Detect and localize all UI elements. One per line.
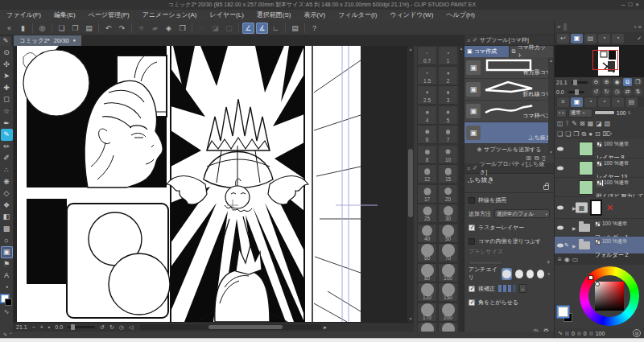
layer-thumbnail[interactable] bbox=[579, 161, 593, 175]
save-file-icon[interactable]: ▤ bbox=[83, 23, 95, 34]
nav-zoom-btn-4[interactable]: ❒ bbox=[634, 78, 642, 86]
opacity-slider[interactable] bbox=[594, 110, 615, 115]
lock-row-icon-4[interactable]: ▦ bbox=[588, 120, 594, 127]
subtool-tab-コマ枠カット[interactable]: ⧉コマ枠カット bbox=[510, 46, 555, 57]
brush-size-80[interactable]: 80 bbox=[417, 263, 437, 282]
lock-row-icon-0[interactable]: ◫ bbox=[557, 120, 564, 127]
collapse-toolbar-icon[interactable]: « bbox=[3, 23, 15, 34]
layer-row-レイヤー 13[interactable]: 100 %通常レイヤー 13 bbox=[555, 159, 644, 178]
canvas-viewport[interactable] bbox=[14, 46, 407, 322]
layer-tab-3[interactable]: ◔ bbox=[598, 97, 610, 107]
brush-size-25[interactable]: 25 bbox=[417, 204, 437, 223]
decoration-tool-icon[interactable]: ❋ bbox=[1, 176, 13, 188]
collapse-left-icon[interactable]: « bbox=[557, 23, 560, 31]
navigator-rotate-slider[interactable] bbox=[568, 91, 584, 93]
zoom-tool-icon[interactable]: ⊙ bbox=[1, 47, 13, 59]
color-tab-2[interactable]: ▭ bbox=[572, 256, 579, 263]
layer-tab-0[interactable]: ≡ bbox=[557, 97, 569, 107]
brush-size-slider[interactable] bbox=[469, 261, 502, 265]
status-left-icons[interactable]: ✎ ⌃ bbox=[3, 332, 13, 337]
brush-size-50[interactable]: 50 bbox=[438, 224, 458, 243]
lock-row-icon-3[interactable]: ⊠ bbox=[580, 120, 585, 127]
selection-border-icon[interactable]: ▢ bbox=[223, 23, 235, 34]
foreground-color-swatch[interactable] bbox=[558, 307, 568, 317]
undo-icon[interactable]: ↶ bbox=[102, 23, 114, 34]
brush-size-0.7[interactable]: 0.7 bbox=[417, 46, 437, 65]
brush-size-40[interactable]: 40 bbox=[417, 224, 437, 243]
ruler-tool-icon[interactable]: ⚑ bbox=[1, 258, 13, 270]
layer-name[interactable]: フォルダー 2 bbox=[595, 252, 629, 258]
antialias-none[interactable] bbox=[502, 268, 512, 280]
nav-rot-btn-4[interactable]: ⇅ bbox=[634, 88, 642, 96]
scroll-up-arrow[interactable]: ▲ bbox=[407, 46, 414, 52]
frame-border-tool-icon[interactable]: ▣ bbox=[1, 246, 13, 258]
expand-arrow-icon[interactable]: ▶ bbox=[572, 225, 576, 230]
nav-rot-btn-3[interactable]: ⇄ bbox=[623, 88, 632, 96]
brush-size-6[interactable]: 6 bbox=[417, 125, 437, 144]
rotate-cw-button[interactable]: ↻ bbox=[107, 324, 117, 331]
nav-zoom-btn-3[interactable]: ⧉ bbox=[623, 78, 632, 86]
eyedropper-tool-icon[interactable]: ✒ bbox=[1, 117, 13, 130]
expand-right-icon[interactable]: › » bbox=[634, 23, 642, 31]
auto-select-tool-icon[interactable]: ☆ bbox=[1, 105, 13, 117]
subtool-item-長方形コマ[interactable]: ▣長方形コマ bbox=[464, 57, 554, 79]
brush-size-1[interactable]: 1 bbox=[438, 46, 458, 65]
color-tab-1[interactable]: ◉ bbox=[564, 256, 570, 263]
visibility-eye-icon[interactable] bbox=[557, 225, 564, 229]
visibility-eye-icon[interactable] bbox=[557, 243, 564, 247]
zoom-fit-button[interactable]: ▪ bbox=[46, 324, 52, 330]
brush-size-7[interactable]: 7 bbox=[438, 125, 458, 144]
rotate-ccw-button[interactable]: ↺ bbox=[97, 324, 107, 331]
horizontal-scroll-thumb[interactable] bbox=[208, 325, 283, 329]
visibility-eye-icon[interactable] bbox=[557, 146, 564, 150]
panel-menu-icon[interactable]: ≡ bbox=[467, 38, 470, 43]
folder-icon[interactable] bbox=[579, 241, 590, 249]
menu-item-レイヤー(L)[interactable]: レイヤー(L) bbox=[203, 10, 250, 21]
panel-tab-1[interactable]: ▣ bbox=[571, 34, 583, 43]
layer-command-icon-3[interactable]: ⧉ bbox=[582, 130, 587, 138]
subtool-scrollbar[interactable]: ▲▼ bbox=[548, 58, 554, 155]
brush-size-10[interactable]: 10 bbox=[438, 145, 458, 164]
menu-item-編集(E)[interactable]: 編集(E) bbox=[47, 10, 82, 21]
menu-item-ウィンドウ(W)[interactable]: ウィンドウ(W) bbox=[383, 10, 440, 21]
brush-size-2.5[interactable]: 2.5 bbox=[417, 85, 437, 105]
reset-rotation-button[interactable]: ◷ bbox=[117, 324, 126, 331]
navigator-view-frame[interactable] bbox=[592, 50, 618, 70]
brush-size-1.5[interactable]: 1.5 bbox=[417, 66, 437, 85]
snap-to-ruler-icon[interactable]: ∠ bbox=[242, 23, 254, 34]
navigator-preview[interactable] bbox=[555, 45, 644, 77]
antialias-level-2[interactable] bbox=[526, 270, 534, 278]
hand-tool-icon[interactable]: ✣ bbox=[1, 59, 13, 71]
panel-tab-2[interactable]: ▤ bbox=[584, 34, 597, 43]
subtool-item-コマ枠ペン[interactable]: ▣コマ枠ペン bbox=[464, 101, 554, 122]
menu-item-ファイル(F)[interactable]: ファイル(F) bbox=[0, 10, 47, 21]
color-swatch-pair[interactable] bbox=[1, 295, 13, 307]
eraser-tool-icon[interactable]: ◇ bbox=[1, 187, 13, 200]
brush-size-200[interactable]: 200 bbox=[438, 303, 458, 322]
add-subtool-row[interactable]: ⊕サブツールを追加する bbox=[464, 144, 554, 155]
layer-thumbnail[interactable] bbox=[579, 142, 593, 156]
layer-command-icon-2[interactable]: ❒ bbox=[573, 130, 579, 138]
canvas-horizontal-scrollbar[interactable] bbox=[140, 324, 321, 330]
text-tool-icon[interactable]: A bbox=[1, 270, 13, 282]
layer-row-フォルダー 1[interactable]: ▶100 %通常フォルダー 1 bbox=[555, 219, 644, 237]
crop-icon[interactable]: ❒ bbox=[176, 23, 188, 34]
visibility-eye-icon[interactable] bbox=[557, 166, 564, 170]
blend-mode-dropdown[interactable]: 通常▾ bbox=[568, 109, 592, 117]
canvas-vertical-scrollbar[interactable]: ▲ ▼ bbox=[407, 46, 414, 322]
pencil-tool-icon[interactable]: ✏ bbox=[1, 141, 13, 153]
brush-tool-icon[interactable]: ✐ bbox=[1, 152, 13, 164]
panel-tab-0[interactable]: ↩ bbox=[557, 34, 569, 43]
frame-folder-icon[interactable]: ▦ bbox=[576, 203, 588, 213]
color-set-button[interactable]: ◍ bbox=[633, 329, 641, 337]
layer-row-フォルダー 2[interactable]: ✎▶100 %通常フォルダー 2 bbox=[555, 237, 644, 254]
visibility-eye-icon[interactable] bbox=[557, 206, 564, 210]
layer-command-icon-1[interactable]: ❏ bbox=[565, 130, 571, 138]
vertical-scroll-thumb[interactable] bbox=[408, 149, 413, 217]
layer-row-frame[interactable]: ▶▦✕ bbox=[555, 197, 644, 219]
nav-zoom-btn-2[interactable]: ◉ bbox=[613, 78, 621, 86]
brush-size-60[interactable]: 60 bbox=[417, 243, 437, 262]
layer-tab-1[interactable]: ▣ bbox=[571, 97, 583, 107]
brush-size-4[interactable]: 4 bbox=[417, 105, 437, 125]
layer-thumbnail-dropdown[interactable]: ▫▾ bbox=[556, 109, 567, 117]
